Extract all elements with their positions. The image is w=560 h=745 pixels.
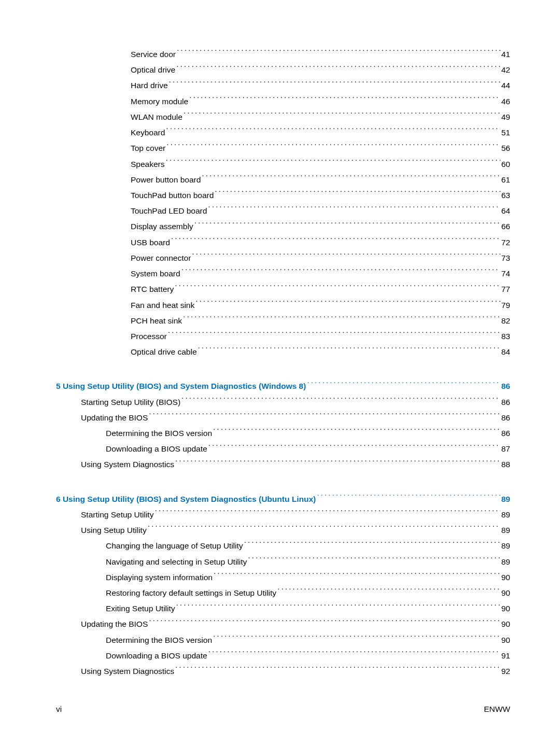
toc-leader: [149, 412, 500, 420]
toc-page: 86: [501, 426, 510, 441]
toc-entry: Navigating and selecting in Setup Utilit…: [56, 554, 510, 570]
toc-page: 84: [501, 344, 510, 360]
toc-leader: [208, 444, 500, 452]
toc-leader: [307, 381, 500, 389]
toc-entry: Keyboard51: [56, 125, 510, 140]
toc-leader: [248, 556, 500, 565]
toc-page: 90: [501, 616, 510, 632]
toc-entry: Displaying system information90: [56, 570, 510, 585]
toc-leader: [155, 509, 500, 517]
toc-leader: [181, 269, 500, 277]
toc-label: Starting Setup Utility: [81, 507, 153, 523]
toc-leader: [192, 252, 500, 261]
toc-page: 64: [501, 203, 510, 219]
toc-entry: TouchPad LED board64: [56, 203, 510, 219]
toc-label: Speakers: [131, 157, 164, 172]
toc-leader: [165, 159, 500, 167]
toc-entry: Display assembly66: [56, 219, 510, 234]
toc-leader: [183, 315, 500, 324]
toc-label: Determining the BIOS version: [106, 426, 212, 441]
toc-label: Using System Diagnostics: [81, 457, 174, 472]
toc-page: 89: [501, 538, 510, 554]
toc-chapter: 6 Using Setup Utility (BIOS) and System …: [56, 491, 510, 507]
toc-page: 63: [501, 188, 510, 203]
toc-leader: [177, 49, 500, 58]
toc-entry: Power connector73: [56, 250, 510, 266]
toc-page: 49: [501, 109, 510, 125]
toc-page: 42: [501, 62, 510, 78]
toc-label: WLAN module: [131, 109, 183, 125]
toc-entry: Speakers60: [56, 157, 510, 172]
toc-entry: Memory module46: [56, 94, 510, 109]
toc-leader: [184, 111, 500, 120]
toc-entry: Exiting Setup Utility90: [56, 601, 510, 616]
toc-label: Power button board: [131, 172, 201, 188]
toc-leader: [176, 65, 500, 73]
toc-leader: [194, 221, 500, 230]
toc-leader: [175, 459, 500, 468]
toc-page: 90: [501, 570, 510, 585]
toc-label: TouchPad LED board: [131, 203, 207, 219]
toc-leader: [149, 619, 500, 627]
toc-label: Downloading a BIOS update: [106, 441, 207, 457]
toc-leader: [166, 143, 500, 151]
toc-page: 91: [501, 648, 510, 664]
toc-entry: WLAN module49: [56, 109, 510, 125]
toc-page: 74: [501, 266, 510, 282]
toc-label: Top cover: [131, 140, 165, 156]
toc-page: 77: [501, 282, 510, 297]
toc-page: 92: [501, 664, 510, 679]
toc-page: 89: [501, 554, 510, 570]
toc-leader: [277, 588, 500, 596]
toc-page: 44: [501, 78, 510, 93]
toc-page: 89: [501, 523, 510, 538]
toc-entry: Top cover56: [56, 140, 510, 156]
page-footer: vi ENWW: [56, 705, 510, 714]
toc-leader: [181, 397, 500, 405]
toc-entry: Downloading a BIOS update91: [56, 648, 510, 664]
toc-leader: [317, 494, 500, 502]
document-page: Service door41 Optical drive42 Hard driv…: [0, 0, 560, 745]
toc-leader: [171, 237, 500, 245]
toc-page: 86: [501, 378, 510, 394]
toc-page: 66: [501, 219, 510, 234]
toc-page: 72: [501, 235, 510, 250]
toc-page: 90: [501, 632, 510, 648]
toc-label: Processor: [131, 329, 167, 344]
footer-right-text: ENWW: [484, 705, 510, 714]
toc-leader: [208, 650, 500, 658]
toc-entry: RTC battery77: [56, 282, 510, 297]
toc-page: 89: [501, 507, 510, 523]
toc-leader: [176, 603, 500, 612]
toc-entry: Downloading a BIOS update87: [56, 441, 510, 457]
toc-label: Optical drive: [131, 62, 175, 78]
toc-entry: Fan and heat sink79: [56, 298, 510, 313]
toc-label: Restoring factory default settings in Se…: [106, 585, 276, 601]
toc-leader: [195, 300, 500, 308]
toc-page: 87: [501, 441, 510, 457]
toc-entry: Using System Diagnostics92: [56, 664, 510, 679]
toc-entry: Determining the BIOS version90: [56, 632, 510, 648]
toc-entry: Updating the BIOS86: [56, 410, 510, 426]
toc-leader: [215, 190, 500, 198]
toc-label: 5 Using Setup Utility (BIOS) and System …: [56, 378, 306, 394]
toc-leader: [213, 635, 500, 643]
footer-page-number: vi: [56, 705, 62, 714]
toc-chapter: 5 Using Setup Utility (BIOS) and System …: [56, 378, 510, 394]
toc-label: Updating the BIOS: [81, 616, 148, 632]
toc-page: 86: [501, 395, 510, 410]
toc-page: 89: [501, 491, 510, 507]
toc-entry: Determining the BIOS version86: [56, 426, 510, 441]
toc-entry: Updating the BIOS90: [56, 616, 510, 632]
toc-leader: [202, 174, 500, 182]
toc-label: Navigating and selecting in Setup Utilit…: [106, 554, 247, 570]
toc-label: TouchPad button board: [131, 188, 214, 203]
toc-label: Starting Setup Utility (BIOS): [81, 395, 180, 410]
toc-leader: [208, 206, 500, 214]
toc-label: Display assembly: [131, 219, 193, 234]
toc-entry: Using Setup Utility89: [56, 523, 510, 538]
toc-label: Downloading a BIOS update: [106, 648, 207, 664]
toc-page: 79: [501, 298, 510, 313]
toc-entry: Service door41: [56, 47, 510, 62]
toc-entry: USB board72: [56, 235, 510, 250]
